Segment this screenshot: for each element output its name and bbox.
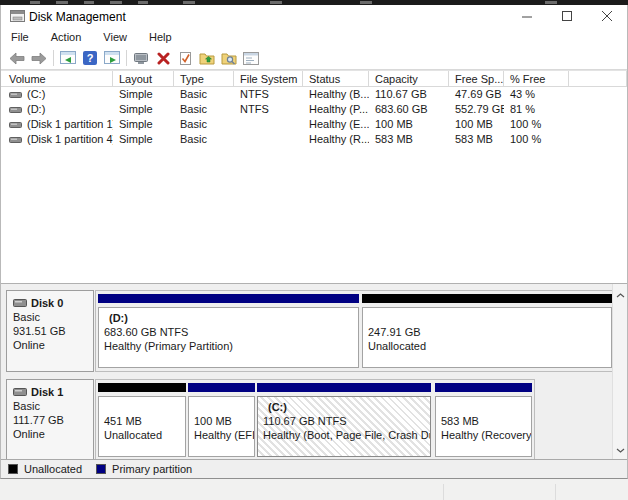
volume-row-disk1-partition1[interactable]: (Disk 1 partition 1) Simple Basic Health…	[1, 117, 627, 132]
menu-view[interactable]: View	[92, 28, 138, 47]
partition-d[interactable]: (D:) 683.60 GB NTFS Healthy (Primary Par…	[98, 294, 359, 368]
volume-free-space: 552.79 GB	[449, 102, 504, 117]
volume-name: (C:)	[27, 87, 45, 102]
partition-title	[104, 400, 180, 414]
partition-size: 583 MB	[441, 414, 526, 428]
delete-volume-icon[interactable]	[152, 48, 174, 68]
vertical-scrollbar[interactable]	[612, 284, 627, 459]
volume-capacity: 110.67 GB	[369, 87, 449, 102]
toolbar-separator	[126, 50, 127, 66]
disk-size: 111.77 GB	[13, 413, 87, 427]
partition-status: Unallocated	[368, 339, 606, 353]
disk1-unallocated[interactable]: 451 MB Unallocated	[98, 383, 186, 457]
volume-pct-free: 81 %	[504, 102, 569, 117]
volume-icon	[9, 87, 22, 102]
properties-icon[interactable]	[240, 48, 262, 68]
toolbar: ?	[1, 47, 627, 70]
app-window: Disk Management File Action View Help	[0, 5, 628, 479]
volume-pct-free: 100 %	[504, 132, 569, 147]
title-bar[interactable]: Disk Management	[1, 5, 627, 28]
disk0-unallocated[interactable]: 247.91 GB Unallocated	[362, 294, 612, 368]
volume-status: Healthy (E...	[303, 117, 369, 132]
column-header-type[interactable]: Type	[174, 71, 234, 87]
disk-icon	[13, 297, 27, 309]
minimize-button[interactable]	[507, 5, 547, 28]
partition-title	[194, 400, 249, 414]
back-icon[interactable]	[6, 48, 28, 68]
volume-free-space: 583 MB	[449, 132, 504, 147]
scroll-down-icon[interactable]	[616, 443, 625, 455]
volume-type: Basic	[174, 132, 234, 147]
primary-partition-bar	[257, 383, 431, 392]
partition-size: 100 MB	[194, 414, 249, 428]
disk-status: Online	[13, 338, 87, 352]
volume-type: Basic	[174, 117, 234, 132]
menu-action[interactable]: Action	[40, 28, 93, 47]
primary-partition-bar	[188, 383, 255, 392]
partition-title: (D:)	[104, 311, 353, 325]
column-header-capacity[interactable]: Capacity	[369, 71, 449, 87]
primary-partition-bar	[98, 294, 359, 303]
volume-row-d[interactable]: (D:) Simple Basic NTFS Healthy (P... 683…	[1, 102, 627, 117]
folder-search-icon[interactable]	[218, 48, 240, 68]
volume-layout: Simple	[113, 117, 174, 132]
column-header-filler	[569, 71, 627, 87]
partition-status: Healthy (Primary Partition)	[104, 339, 353, 353]
menu-bar: File Action View Help	[1, 28, 627, 47]
partition-size: 683.60 GB NTFS	[104, 325, 353, 339]
console-tree-icon[interactable]	[57, 48, 79, 68]
volume-list-header: Volume Layout Type File System Status Ca…	[1, 70, 627, 87]
close-button[interactable]	[587, 5, 627, 28]
partition-c-selected[interactable]: (C:) 110.67 GB NTFS Healthy (Boot, Page …	[257, 383, 431, 457]
volume-free-space: 47.69 GB	[449, 87, 504, 102]
legend-primary-label: Primary partition	[112, 463, 192, 475]
partition-title	[368, 311, 606, 325]
volume-capacity: 100 MB	[369, 117, 449, 132]
disk-management-app-icon	[10, 10, 25, 25]
volume-type: Basic	[174, 102, 234, 117]
disk-type: Basic	[13, 310, 87, 324]
menu-help[interactable]: Help	[138, 28, 183, 47]
volume-icon	[9, 132, 22, 147]
action-pane-icon[interactable]	[101, 48, 123, 68]
volume-file-system	[234, 132, 303, 147]
check-document-icon[interactable]	[174, 48, 196, 68]
disk1-partition-area: 451 MB Unallocated 100 MB Healthy (EFI S	[95, 379, 535, 461]
folder-up-icon[interactable]	[196, 48, 218, 68]
window-title: Disk Management	[29, 10, 126, 24]
menu-file[interactable]: File	[1, 28, 40, 47]
disk-type: Basic	[13, 399, 87, 413]
volume-row-c[interactable]: (C:) Simple Basic NTFS Healthy (B... 110…	[1, 87, 627, 102]
legend-bar: Unallocated Primary partition	[1, 459, 627, 478]
volume-status: Healthy (R...	[303, 132, 369, 147]
column-header-file-system[interactable]: File System	[234, 71, 303, 87]
column-header-pct-free[interactable]: % Free	[504, 71, 569, 87]
volume-file-system	[234, 117, 303, 132]
volume-name: (Disk 1 partition 4)	[27, 132, 113, 147]
volume-row-disk1-partition4[interactable]: (Disk 1 partition 4) Simple Basic Health…	[1, 132, 627, 147]
volume-list: Volume Layout Type File System Status Ca…	[1, 70, 627, 278]
partition-efi[interactable]: 100 MB Healthy (EFI S	[188, 383, 255, 457]
help-icon[interactable]: ?	[79, 48, 101, 68]
maximize-button[interactable]	[547, 5, 587, 28]
computer-icon[interactable]	[130, 48, 152, 68]
volume-layout: Simple	[113, 87, 174, 102]
partition-status: Unallocated	[104, 428, 180, 442]
column-header-free-space[interactable]: Free Sp...	[449, 71, 504, 87]
partition-recovery[interactable]: 583 MB Healthy (Recovery	[435, 383, 532, 457]
disk1-label[interactable]: Disk 1 Basic 111.77 GB Online	[6, 379, 94, 461]
disk0-label[interactable]: Disk 0 Basic 931.51 GB Online	[6, 290, 94, 372]
partition-title: (C:)	[263, 400, 425, 414]
volume-capacity: 683.60 GB	[369, 102, 449, 117]
column-header-status[interactable]: Status	[303, 71, 369, 87]
graphical-view-pane: Disk 0 Basic 931.51 GB Online (D:) 683.6…	[1, 283, 627, 459]
volume-free-space: 100 MB	[449, 117, 504, 132]
disk-size: 931.51 GB	[13, 324, 87, 338]
column-header-layout[interactable]: Layout	[113, 71, 174, 87]
forward-icon[interactable]	[28, 48, 50, 68]
volume-status: Healthy (P...	[303, 102, 369, 117]
volume-pct-free: 100 %	[504, 117, 569, 132]
column-header-volume[interactable]: Volume	[1, 71, 113, 87]
volume-icon	[9, 117, 22, 132]
scroll-up-icon[interactable]	[616, 288, 625, 300]
